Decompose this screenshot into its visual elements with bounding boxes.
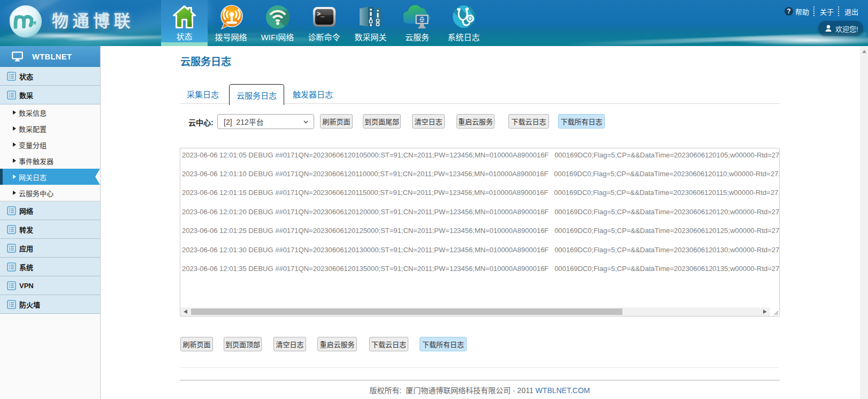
svg-text:>_: >_ bbox=[317, 11, 325, 18]
